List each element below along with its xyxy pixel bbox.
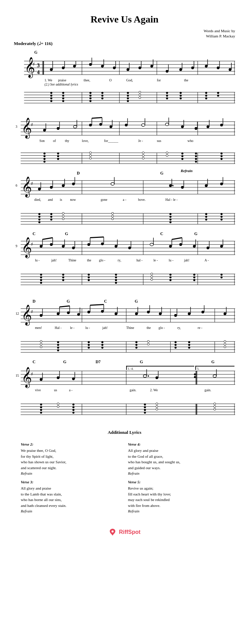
svg-point-180	[221, 158, 223, 160]
svg-text:O: O	[109, 78, 112, 82]
svg-point-388	[188, 312, 190, 315]
svg-point-498	[40, 409, 42, 411]
svg-point-507	[144, 406, 146, 408]
svg-point-198	[50, 186, 53, 189]
svg-text:C: C	[160, 231, 163, 236]
svg-point-240	[62, 215, 64, 217]
svg-point-69	[62, 92, 64, 94]
svg-point-250	[205, 216, 207, 218]
svg-rect-446	[126, 366, 127, 370]
staff-row-3: 6 D G Refrain 𝄞 ♯	[14, 167, 235, 210]
svg-text:C: C	[104, 298, 107, 303]
svg-point-506	[144, 403, 146, 405]
svg-point-435	[188, 341, 190, 343]
svg-text:𝄞: 𝄞	[21, 237, 32, 258]
svg-point-384	[159, 312, 162, 315]
svg-point-332	[115, 274, 117, 276]
svg-text:glo -: glo -	[99, 258, 105, 262]
svg-point-95	[205, 97, 207, 99]
svg-point-119	[99, 123, 102, 126]
svg-point-336	[151, 273, 153, 275]
svg-point-246	[169, 216, 171, 218]
piano-staff-3	[14, 210, 235, 227]
svg-point-322	[40, 274, 42, 276]
svg-text:1.  We: 1. We	[44, 78, 52, 82]
svg-line-377	[90, 304, 104, 305]
svg-point-124	[125, 124, 127, 126]
svg-point-113	[57, 127, 60, 130]
svg-point-326	[62, 274, 64, 276]
svg-point-508	[144, 409, 146, 411]
svg-point-130	[181, 125, 184, 128]
svg-point-425	[101, 344, 104, 346]
svg-point-31	[139, 66, 141, 69]
svg-point-289	[150, 243, 153, 246]
svg-point-386	[174, 314, 177, 317]
svg-point-429	[135, 347, 137, 349]
svg-point-93	[205, 92, 207, 94]
svg-text:5.: 5.	[197, 367, 199, 370]
svg-line-284	[90, 237, 104, 238]
svg-point-422	[88, 344, 90, 346]
svg-text:A -: A -	[205, 258, 209, 262]
svg-text:Thine: Thine	[68, 258, 77, 262]
svg-point-471	[72, 377, 75, 380]
svg-point-204	[111, 182, 114, 185]
svg-point-75	[89, 97, 91, 99]
svg-point-298	[206, 247, 209, 249]
svg-point-331	[88, 279, 90, 281]
svg-point-21	[73, 65, 76, 68]
svg-text:and: and	[48, 198, 53, 202]
svg-point-167	[142, 154, 144, 156]
svg-rect-448	[195, 366, 234, 366]
svg-point-366	[57, 312, 60, 315]
svg-text:D: D	[33, 298, 36, 303]
svg-text:Je -: Je -	[138, 139, 143, 143]
svg-text:for: for	[157, 78, 161, 82]
svg-point-249	[205, 213, 207, 215]
page-title: Revive Us Again	[14, 14, 235, 25]
svg-point-244	[112, 218, 114, 220]
svg-text:3: 3	[16, 125, 17, 128]
piano-staff-4	[14, 270, 235, 288]
svg-point-25	[101, 65, 104, 68]
svg-point-115	[73, 125, 77, 128]
svg-point-233	[38, 216, 41, 218]
staff-row-2: 3 𝄞 ♯	[14, 108, 235, 149]
svg-text:9: 9	[16, 244, 17, 248]
svg-text:Hal -: Hal -	[55, 326, 62, 330]
svg-point-175	[195, 155, 197, 157]
svg-point-509	[144, 412, 146, 414]
svg-text:𝄞: 𝄞	[21, 305, 32, 326]
svg-point-238	[50, 218, 52, 221]
svg-point-329	[88, 274, 90, 276]
footer: RiffSpot	[14, 528, 235, 545]
svg-text:le -: le -	[153, 258, 158, 262]
svg-point-156	[44, 152, 46, 154]
additional-lyrics-section: Additional Lyrics Verse 2: We praise the…	[14, 426, 235, 518]
svg-point-339	[169, 274, 171, 276]
svg-point-514	[214, 405, 216, 408]
svg-point-160	[57, 152, 59, 154]
svg-point-39	[191, 66, 194, 69]
svg-point-176	[195, 158, 197, 160]
svg-point-282	[101, 242, 104, 245]
svg-point-516	[112, 530, 114, 533]
svg-point-82	[127, 97, 129, 99]
svg-point-158	[44, 158, 46, 160]
svg-text:Refrain: Refrain	[180, 169, 193, 173]
score-container: G 𝄞 3 4 ♯	[14, 47, 235, 419]
svg-point-424	[101, 341, 104, 343]
svg-point-253	[221, 216, 223, 218]
svg-point-496	[40, 403, 42, 405]
lyrics-col-left: Verse 2: We praise thee, O God, for thy …	[21, 439, 121, 514]
svg-text:gain.: gain.	[130, 388, 136, 392]
svg-point-168	[142, 157, 144, 159]
svg-point-85	[139, 94, 141, 96]
svg-point-327	[62, 276, 64, 278]
piano-staff-5	[14, 338, 235, 355]
svg-point-117	[89, 124, 92, 126]
svg-point-500	[57, 403, 59, 405]
svg-point-80	[127, 92, 129, 94]
svg-point-499	[40, 412, 42, 414]
